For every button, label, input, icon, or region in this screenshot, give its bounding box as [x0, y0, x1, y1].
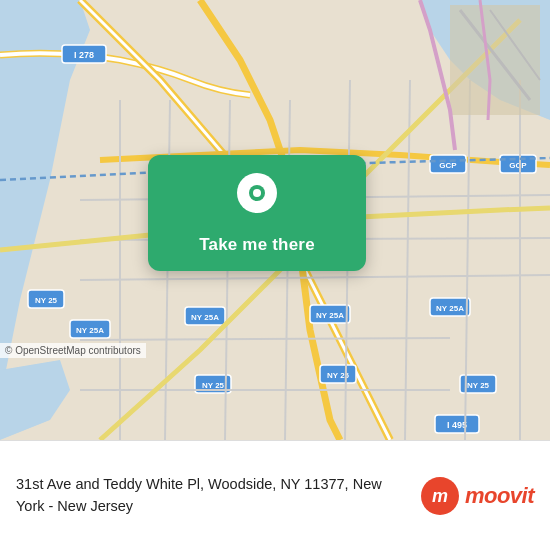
copyright-text: © OpenStreetMap contributors: [0, 343, 146, 358]
svg-text:NY 25A: NY 25A: [191, 313, 219, 322]
svg-text:m: m: [432, 486, 448, 506]
svg-text:NY 25A: NY 25A: [76, 326, 104, 335]
svg-text:I 278: I 278: [74, 50, 94, 60]
action-card: Take me there: [148, 155, 366, 271]
svg-text:NY 25A: NY 25A: [436, 304, 464, 313]
svg-text:GCP: GCP: [439, 161, 457, 170]
address-block: 31st Ave and Teddy White Pl, Woodside, N…: [16, 474, 405, 518]
svg-point-43: [253, 189, 261, 197]
svg-text:NY 25: NY 25: [202, 381, 225, 390]
svg-text:NY 25: NY 25: [35, 296, 58, 305]
svg-text:I 495: I 495: [447, 420, 467, 430]
address-text: 31st Ave and Teddy White Pl, Woodside, N…: [16, 476, 382, 514]
moovit-brand-text: moovit: [465, 483, 534, 509]
map-container: I 278 NY 25 NY 25A NY 25A NY 25A NY 25A …: [0, 0, 550, 440]
moovit-logo: m moovit: [421, 477, 534, 515]
moovit-brand-icon: m: [421, 477, 459, 515]
info-bar: 31st Ave and Teddy White Pl, Woodside, N…: [0, 440, 550, 550]
svg-text:NY 25A: NY 25A: [316, 311, 344, 320]
svg-text:NY 25: NY 25: [467, 381, 490, 390]
take-me-there-button[interactable]: Take me there: [199, 235, 315, 255]
svg-text:GCP: GCP: [509, 161, 527, 170]
location-pin-icon: [235, 173, 279, 225]
